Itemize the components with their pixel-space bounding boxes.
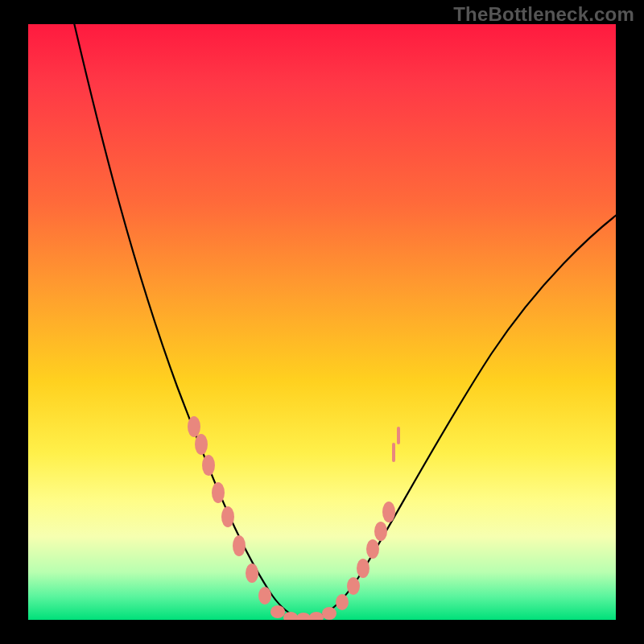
svg-point-15 [357,559,369,578]
curve-left-branch [72,24,306,618]
svg-rect-19 [392,443,395,462]
svg-point-5 [233,535,246,556]
svg-point-11 [309,612,324,620]
svg-point-2 [202,455,215,476]
svg-point-4 [221,506,234,527]
bottleneck-curve-svg [28,24,616,620]
svg-point-8 [270,605,285,618]
marker-group-right [336,427,400,610]
svg-point-7 [258,587,271,605]
svg-point-6 [246,564,258,583]
curve-right-branch [306,209,616,618]
svg-point-13 [336,594,349,610]
svg-point-18 [382,502,395,522]
svg-point-10 [296,613,311,620]
svg-point-16 [366,539,379,559]
marker-group-bottom [270,605,336,620]
svg-point-17 [374,522,387,541]
svg-point-0 [188,416,200,437]
svg-point-9 [283,612,298,620]
plot-area [28,24,616,620]
chart-frame: TheBottleneck.com [0,0,644,644]
svg-point-12 [322,607,336,620]
svg-point-14 [347,577,360,595]
svg-point-1 [195,434,208,455]
svg-point-3 [212,482,225,503]
marker-group-left [188,416,271,605]
attribution-label: TheBottleneck.com [453,3,634,26]
svg-rect-20 [397,427,400,444]
